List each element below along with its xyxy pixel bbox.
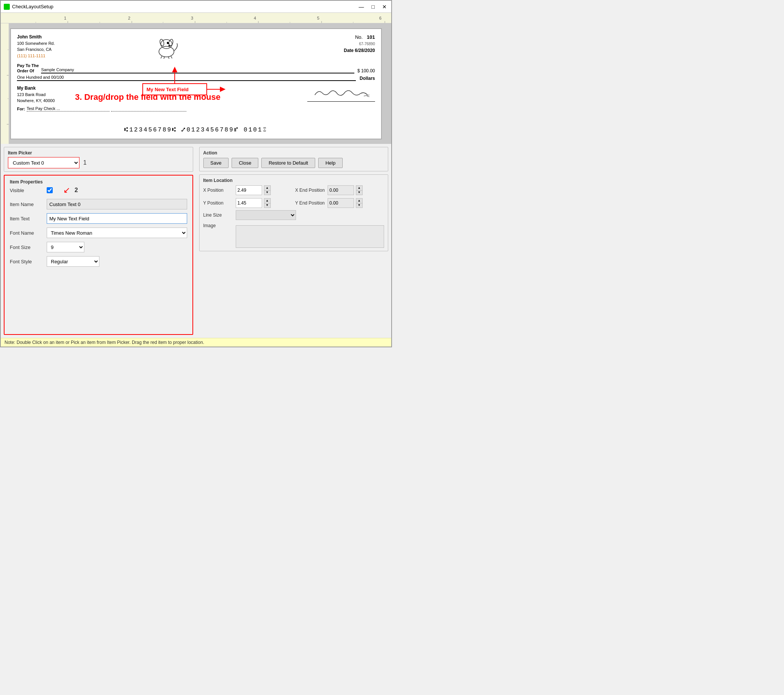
svg-text:3: 3 (191, 16, 193, 20)
font-style-row: Font Style Regular Bold Italic Bold Ital… (10, 256, 187, 267)
check-area: 1 2 John Smith 100 Somewhere Rd. San Fra… (1, 23, 391, 144)
image-label: Image (203, 223, 234, 228)
item-text-row: Item Text (10, 213, 187, 224)
y-end-spinner[interactable]: ▲ ▼ (356, 198, 362, 208)
y-position-input[interactable] (236, 198, 262, 208)
right-panel: Action Save Close Restore to Default Hel… (196, 144, 392, 338)
item-text-input[interactable] (47, 213, 187, 224)
restore-button[interactable]: Restore to Default (261, 158, 315, 168)
for-label: For: (17, 107, 25, 111)
bottom-panels: Item Picker Custom Text 0 Custom Text 1 … (1, 144, 391, 338)
check-bank-addr1: 123 Bank Road (17, 92, 54, 98)
svg-text:2: 2 (128, 16, 130, 20)
item-text-label: Item Text (10, 216, 44, 221)
x-position-input[interactable] (236, 185, 262, 195)
x-end-spinner[interactable]: ▲ ▼ (356, 185, 362, 195)
check-date-label: Date (344, 48, 354, 53)
picker-step-number: 1 (83, 159, 87, 166)
line-size-select[interactable] (236, 210, 296, 220)
item-picker-row: Custom Text 0 Custom Text 1 Custom Text … (8, 157, 189, 168)
left-panel: Item Picker Custom Text 0 Custom Text 1 … (1, 144, 196, 338)
y-end-label: Y End Position (295, 200, 325, 206)
check-no-value: 101 (367, 34, 375, 40)
check-amount: $ 100.00 (357, 68, 375, 73)
action-title: Action (203, 150, 384, 155)
check-inner: John Smith 100 Somewhere Rd. San Francis… (11, 29, 381, 139)
y-end-input (328, 198, 354, 208)
y-position-label: Y Position (203, 200, 234, 206)
help-button[interactable]: Help (318, 158, 343, 168)
main-area: 1 2 3 4 5 6 (1, 13, 391, 347)
svg-point-28 (167, 42, 169, 44)
for-line (111, 106, 186, 112)
font-name-select[interactable]: Times New Roman Arial Courier New (47, 228, 187, 238)
check-mascot (152, 33, 181, 63)
y-pos-up[interactable]: ▲ (264, 198, 270, 203)
x-pos-up[interactable]: ▲ (264, 186, 270, 191)
item-name-input[interactable] (47, 199, 187, 210)
x-position-spinner[interactable]: ▲ ▼ (264, 185, 271, 195)
font-style-select[interactable]: Regular Bold Italic Bold Italic (47, 256, 99, 267)
item-name-label: Item Name (10, 201, 44, 207)
image-row: Image (203, 223, 384, 248)
font-size-row: Font Size 8 9 10 12 (10, 242, 187, 253)
check-address1: 100 Somewhere Rd. (17, 40, 54, 47)
check-paper: John Smith 100 Somewhere Rd. San Francis… (10, 28, 382, 139)
ruler-svg: 1 2 3 4 5 6 (1, 13, 391, 23)
item-picker-title: Item Picker (8, 150, 189, 155)
ruler-top: 1 2 3 4 5 6 (1, 13, 391, 23)
item-properties-section: Item Properties Visible ↙ 2 Item Name It… (4, 175, 193, 335)
step-2-label: 2 (74, 187, 78, 194)
status-text: Note: Double Click on an item or Pick an… (5, 340, 204, 345)
x-end-input (328, 185, 354, 195)
action-buttons: Save Close Restore to Default Help (203, 158, 384, 168)
image-preview (236, 225, 384, 248)
check-for-row: For: Test Pay Check ... (17, 106, 186, 112)
app-icon (4, 4, 10, 10)
pay-to-row: Pay To TheOrder Of Sample Company $ 100.… (17, 63, 375, 74)
svg-line-34 (171, 56, 172, 58)
svg-marker-40 (220, 87, 226, 92)
font-size-label: Font Size (10, 244, 44, 250)
svg-text:4: 4 (254, 16, 256, 20)
for-value: Test Pay Check ... (27, 106, 110, 112)
check-date: Date 6/28/2020 (344, 47, 375, 54)
check-owner-name: John Smith (17, 33, 54, 40)
item-properties-title: Item Properties (10, 179, 187, 185)
dollars-label: Dollars (360, 76, 375, 81)
item-name-row: Item Name (10, 199, 187, 210)
svg-line-31 (161, 56, 162, 58)
y-position-spinner[interactable]: ▲ ▼ (264, 198, 271, 208)
save-button[interactable]: Save (203, 158, 229, 168)
check-number: No. 101 (344, 33, 375, 41)
check-bank: My Bank 123 Bank Road Nowhere, KY, 40000 (17, 85, 54, 104)
x-end-label: X End Position (295, 188, 325, 193)
check-date-value: 6/28/2020 (355, 48, 375, 53)
x-position-row: X Position ▲ ▼ (203, 185, 292, 195)
y-pos-down[interactable]: ▼ (264, 203, 270, 208)
close-window-button[interactable]: ✕ (381, 4, 388, 10)
line-size-row: Line Size (203, 210, 384, 220)
check-address: John Smith 100 Somewhere Rd. San Francis… (17, 33, 54, 59)
x-end-up[interactable]: ▲ (356, 186, 362, 191)
font-size-select[interactable]: 8 9 10 12 (47, 242, 84, 253)
maximize-button[interactable]: □ (370, 4, 376, 10)
item-picker-select[interactable]: Custom Text 0 Custom Text 1 Custom Text … (8, 157, 79, 168)
y-end-down[interactable]: ▼ (356, 203, 362, 208)
svg-text:6: 6 (379, 16, 382, 20)
item-location-title: Item Location (203, 178, 384, 183)
x-end-down[interactable]: ▼ (356, 191, 362, 195)
check-address2: San Francisco, CA (17, 46, 54, 53)
svg-point-25 (161, 40, 172, 49)
visible-checkbox[interactable] (47, 187, 53, 193)
x-position-label: X Position (203, 188, 234, 193)
close-button[interactable]: Close (232, 158, 258, 168)
minimize-button[interactable]: — (357, 4, 366, 10)
svg-text:1: 1 (64, 16, 66, 20)
location-grid: X Position ▲ ▼ X End Position ▲ ▼ (203, 185, 384, 208)
x-pos-down[interactable]: ▼ (264, 191, 270, 195)
svg-point-29 (169, 42, 170, 43)
y-end-up[interactable]: ▲ (356, 198, 362, 203)
check-routing: 67-76890 (344, 41, 375, 47)
svg-line-41 (364, 95, 369, 96)
